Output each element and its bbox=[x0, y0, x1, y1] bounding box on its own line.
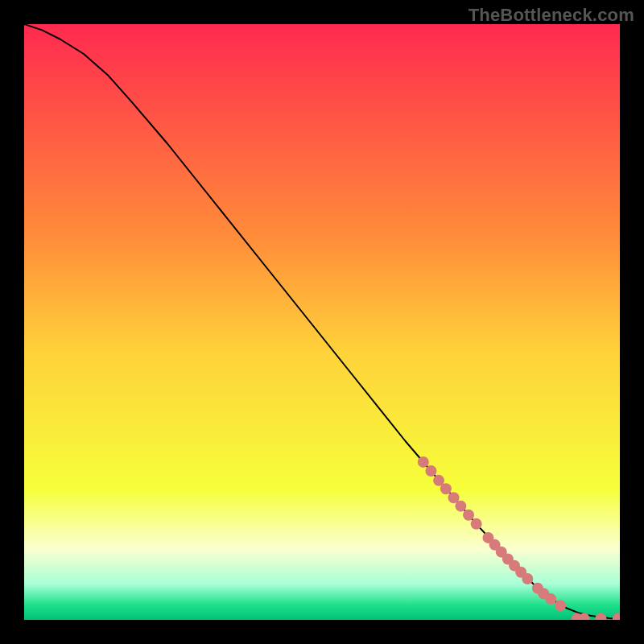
chart-stage: TheBottleneck.com bbox=[0, 0, 644, 644]
marker-dot bbox=[545, 593, 556, 605]
marker-dot bbox=[440, 483, 452, 494]
marker-dot bbox=[418, 456, 429, 468]
plot-area bbox=[24, 24, 620, 620]
marker-dot bbox=[425, 465, 436, 477]
gradient-background bbox=[24, 24, 620, 620]
marker-dot bbox=[463, 510, 474, 521]
watermark-text: TheBottleneck.com bbox=[469, 5, 634, 26]
marker-dot bbox=[471, 518, 482, 530]
marker-dot bbox=[455, 501, 466, 512]
marker-dot bbox=[522, 573, 533, 584]
marker-dot bbox=[555, 600, 566, 611]
chart-svg bbox=[24, 24, 620, 620]
